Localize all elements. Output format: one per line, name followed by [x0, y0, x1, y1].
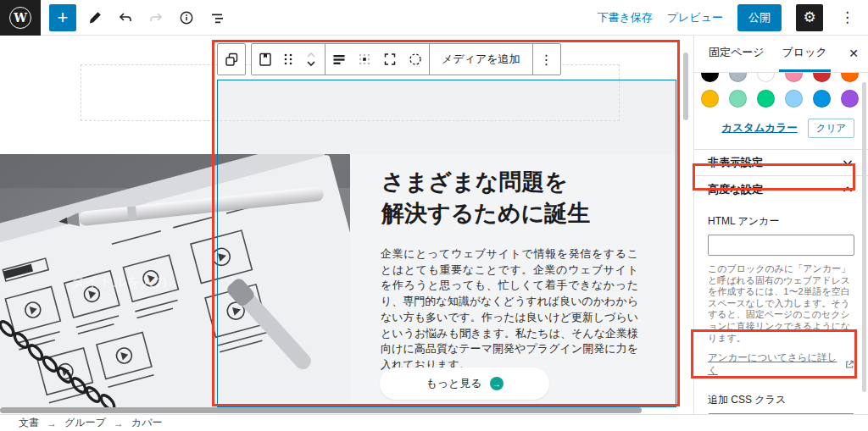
- heading-line-1: さまざまな問題を: [381, 167, 590, 198]
- breadcrumb-separator: →: [47, 417, 57, 429]
- cover-image[interactable]: タイトルを入力…: [0, 154, 350, 407]
- add-media-button[interactable]: メディアを追加: [431, 52, 531, 67]
- content-position-button[interactable]: [352, 44, 377, 75]
- redo-button[interactable]: [144, 6, 168, 30]
- topbar-actions: 下書き保存 プレビュー 公開 ⚙ ⋮: [597, 4, 868, 31]
- drag-handle[interactable]: [278, 44, 298, 75]
- undo-icon: [117, 9, 134, 26]
- settings-sidebar: 固定ページ ブロック ✕ カスタムカラー: [693, 36, 868, 414]
- duotone-icon: [407, 51, 424, 68]
- block-toolbar: メディアを追加 ⋮: [217, 43, 561, 75]
- css-class-label: 追加 CSS クラス: [708, 393, 854, 407]
- cover-heading[interactable]: さまざまな問題を 解決するために誕生: [381, 167, 590, 229]
- horizontal-scrollbar[interactable]: [0, 407, 642, 413]
- color-swatch-pink[interactable]: [785, 73, 803, 82]
- color-swatch-light-green[interactable]: [729, 90, 747, 108]
- panel-advanced-settings[interactable]: 高度な設定: [694, 176, 868, 202]
- editor-topbar: W +: [0, 0, 868, 36]
- settings-gear-button[interactable]: ⚙: [796, 4, 823, 31]
- block-mover-buttons[interactable]: [298, 44, 324, 75]
- list-view-icon: [209, 9, 225, 26]
- options-menu-button[interactable]: ⋮: [837, 8, 857, 26]
- cover-block: タイトルを入力… さまざまな問題を 解決するために誕生 企業にとってウェブサイト…: [0, 154, 676, 407]
- color-swatch-blue[interactable]: [813, 90, 831, 108]
- info-icon: [178, 9, 195, 26]
- tab-block[interactable]: ブロック: [779, 45, 831, 72]
- color-swatch-red[interactable]: [813, 73, 831, 82]
- block-options-button[interactable]: ⋮: [534, 44, 559, 75]
- html-anchor-label: HTML アンカー: [708, 214, 854, 229]
- color-palette: カスタムカラー クリア: [694, 73, 868, 150]
- gear-icon: ⚙: [803, 8, 815, 26]
- alignment-icon: [331, 51, 348, 68]
- color-swatch-purple[interactable]: [841, 90, 859, 108]
- cover-block-icon: [257, 51, 274, 68]
- wordpress-w-icon: W: [9, 7, 31, 29]
- close-sidebar-button[interactable]: ✕: [849, 47, 859, 60]
- hidden-settings-label: 非表示設定: [708, 155, 763, 170]
- color-swatch-green[interactable]: [757, 90, 775, 108]
- undo-button[interactable]: [114, 6, 137, 30]
- clear-color-button[interactable]: クリア: [808, 119, 854, 138]
- heading-line-2: 解決するために誕生: [381, 198, 590, 229]
- publish-button[interactable]: 公開: [737, 4, 782, 31]
- canvas-vertical-scrollbar[interactable]: [683, 52, 688, 120]
- chevron-down-icon: [841, 156, 854, 169]
- editor-canvas: メディアを追加 ⋮: [0, 36, 693, 407]
- anchor-docs-link[interactable]: アンカーについてさらに詳しく: [708, 351, 854, 377]
- color-swatch-orange[interactable]: [841, 73, 859, 82]
- palette-row-1: [701, 73, 861, 82]
- cover-block-button[interactable]: [253, 44, 278, 75]
- cover-paragraph[interactable]: 企業にとってウェブサイトで情報を発信をすることはとても重要なことです。企業のウェ…: [381, 246, 638, 373]
- tab-page[interactable]: 固定ページ: [705, 45, 768, 72]
- block-inserter-button[interactable]: +: [49, 4, 76, 31]
- full-height-toggle-button[interactable]: [377, 44, 403, 75]
- html-anchor-input[interactable]: [708, 235, 854, 256]
- advanced-settings-panel: HTML アンカー このブロックのみに「アンカー」と呼ばれる固有のウェブアドレス…: [694, 202, 868, 431]
- save-draft-button[interactable]: 下書き保存: [597, 10, 652, 25]
- cover-title-placeholder[interactable]: タイトルを入力…: [71, 274, 181, 291]
- alignment-button[interactable]: [326, 44, 352, 75]
- sidebar-scrollbar[interactable]: [862, 82, 866, 392]
- preview-button[interactable]: プレビュー: [667, 10, 723, 25]
- block-switcher-button[interactable]: [219, 44, 244, 75]
- advanced-settings-label: 高度な設定: [708, 182, 763, 197]
- more-button-label: もっと見る: [426, 376, 481, 391]
- list-view-button[interactable]: [205, 6, 229, 30]
- arrow-right-icon: →: [490, 377, 504, 390]
- color-swatch-gray[interactable]: [729, 73, 747, 82]
- edit-mode-pencil-button[interactable]: [83, 6, 107, 30]
- panel-hidden-settings[interactable]: 非表示設定: [694, 150, 868, 176]
- breadcrumb-separator: →: [114, 417, 124, 429]
- anchor-docs-link-label: アンカーについてさらに詳しく: [708, 351, 842, 377]
- cover-content-panel: さまざまな問題を 解決するために誕生 企業にとってウェブサイトで情報を発信をする…: [350, 154, 676, 407]
- custom-color-link[interactable]: カスタムカラー: [721, 121, 797, 135]
- move-up-down-icon: [303, 50, 319, 69]
- wordpress-logo-button[interactable]: W: [0, 0, 41, 36]
- breadcrumb-group[interactable]: グループ: [64, 416, 106, 430]
- position-matrix-icon: [356, 51, 373, 68]
- color-swatch-amber[interactable]: [701, 90, 719, 108]
- chevron-up-icon: [841, 183, 854, 196]
- external-link-icon: [845, 360, 854, 369]
- drag-handle-icon: [281, 52, 295, 67]
- details-info-button[interactable]: [175, 6, 198, 30]
- palette-row-2: [701, 90, 861, 108]
- sidebar-tabs: 固定ページ ブロック ✕: [694, 36, 868, 73]
- more-button[interactable]: もっと見る →: [380, 367, 549, 400]
- wordpress-block-editor: W +: [0, 0, 868, 431]
- block-breadcrumb: 文書 → グループ → カバー: [0, 414, 868, 431]
- kebab-icon: ⋮: [540, 52, 554, 68]
- kebab-icon: ⋮: [840, 9, 854, 25]
- redo-icon: [147, 9, 164, 26]
- duotone-filter-button[interactable]: [403, 44, 428, 75]
- pencil-icon: [86, 9, 103, 26]
- breadcrumb-cover[interactable]: カバー: [131, 416, 163, 430]
- anchor-help-text: このブロックのみに「アンカー」と呼ばれる固有のウェブアドレスを作成するには、1〜…: [708, 263, 854, 344]
- block-switcher-icon: [223, 51, 241, 69]
- full-height-icon: [381, 51, 398, 68]
- color-swatch-white[interactable]: [757, 73, 775, 82]
- color-swatch-black[interactable]: [701, 73, 719, 82]
- color-swatch-light-blue[interactable]: [785, 90, 803, 108]
- breadcrumb-document[interactable]: 文書: [19, 416, 39, 430]
